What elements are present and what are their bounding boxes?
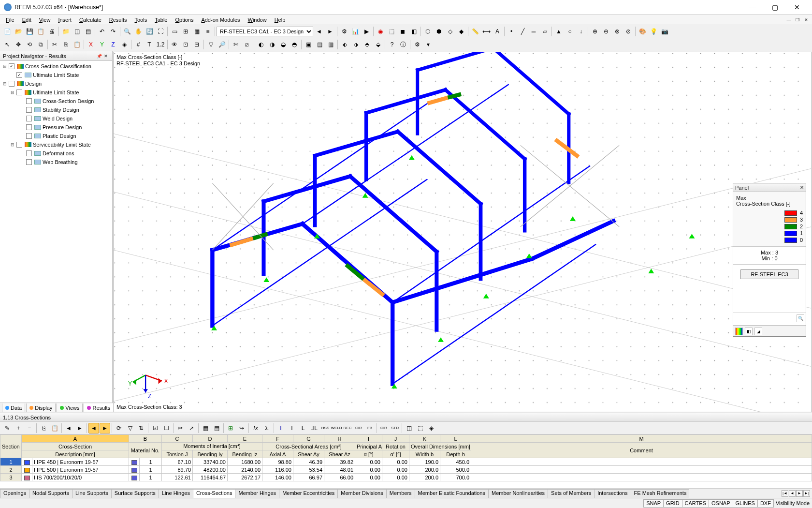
tb-dim-icon[interactable]: ⟷ bbox=[481, 26, 492, 37]
tab-scroll-last-icon[interactable]: ►| bbox=[803, 490, 810, 497]
menu-calculate[interactable]: Calculate bbox=[75, 16, 105, 24]
checkbox-icon[interactable] bbox=[26, 159, 32, 165]
tab-scroll-first-icon[interactable]: |◄ bbox=[782, 490, 788, 497]
tb-surface-icon[interactable]: ▱ bbox=[539, 26, 550, 37]
tb2-view-y-icon[interactable]: Y bbox=[97, 39, 107, 50]
navigator-close-icon[interactable]: ✕ bbox=[102, 53, 109, 60]
tb-text-icon[interactable]: A bbox=[492, 26, 503, 37]
row-number[interactable]: 2 bbox=[0, 466, 22, 474]
tt-3d2-icon[interactable]: ⬚ bbox=[415, 423, 425, 433]
tb2-info-icon[interactable]: ⓘ bbox=[398, 39, 408, 50]
tab-scroll-next-icon[interactable]: ► bbox=[796, 490, 803, 497]
tree-uls-classification[interactable]: Ultimate Limit State bbox=[0, 71, 112, 79]
tb2-values-icon[interactable]: 1.2 bbox=[155, 39, 166, 50]
panel-tab2-icon[interactable]: ◧ bbox=[745, 328, 753, 335]
col-G[interactable]: G bbox=[293, 435, 324, 443]
tb2-drop-icon[interactable]: ▾ bbox=[423, 39, 434, 50]
col-K[interactable]: K bbox=[409, 435, 440, 443]
tt-filter-icon[interactable]: ▽ bbox=[125, 423, 135, 433]
panel-close-icon[interactable]: ✕ bbox=[800, 185, 804, 190]
col-J[interactable]: J bbox=[382, 435, 409, 443]
tt-section-fb-icon[interactable]: FB bbox=[364, 423, 375, 433]
navtab-results[interactable]: Results bbox=[84, 403, 114, 412]
tb2-find-icon[interactable]: 🔎 bbox=[217, 39, 227, 50]
status-toggle-snap[interactable]: SNAP bbox=[643, 499, 664, 508]
tb2-extra3-icon[interactable]: ⬘ bbox=[362, 39, 372, 50]
col-E[interactable]: E bbox=[228, 435, 262, 443]
tt-del-icon[interactable]: － bbox=[24, 423, 35, 433]
tb-data-icon[interactable]: ▤ bbox=[83, 26, 93, 37]
table-tab[interactable]: Member Elastic Foundations bbox=[415, 489, 489, 498]
tb-tool-b-icon[interactable]: ⬢ bbox=[434, 26, 444, 37]
tt-prev-icon[interactable]: ◄ bbox=[63, 423, 74, 433]
col-L[interactable]: L bbox=[440, 435, 471, 443]
tb2-paste-icon[interactable]: 📋 bbox=[72, 39, 82, 50]
tb-print-icon[interactable]: 🖨 bbox=[46, 26, 57, 37]
status-toggle-grid[interactable]: GRID bbox=[663, 499, 682, 508]
tb2-misc3-icon[interactable]: ◒ bbox=[278, 39, 289, 50]
tb-window-icon[interactable]: ⊞ bbox=[180, 26, 191, 37]
tb-ex1-icon[interactable]: ⊕ bbox=[590, 26, 600, 37]
mdi-restore[interactable]: ❐ bbox=[794, 16, 801, 23]
tb-anim-icon[interactable]: ▶ bbox=[361, 26, 372, 37]
tb2-vis1-icon[interactable]: 👁 bbox=[169, 39, 180, 50]
table-tab[interactable]: FE Mesh Refinements bbox=[631, 489, 690, 498]
table-tab[interactable]: Cross-Sections bbox=[193, 489, 236, 498]
table-tab[interactable]: Openings bbox=[0, 489, 29, 498]
col-F[interactable]: F bbox=[262, 435, 293, 443]
tb2-render1-icon[interactable]: ▣ bbox=[303, 39, 314, 50]
navtab-views[interactable]: Views bbox=[57, 403, 83, 412]
status-toggle-dxf[interactable]: DXF bbox=[757, 499, 774, 508]
menu-window[interactable]: Window bbox=[244, 16, 271, 24]
tt-sort-icon[interactable]: ⇅ bbox=[136, 423, 146, 433]
tb2-view-x-icon[interactable]: X bbox=[86, 39, 96, 50]
menu-options[interactable]: Options bbox=[171, 16, 197, 24]
tb-save-icon[interactable]: 💾 bbox=[24, 26, 35, 37]
tree-pressure-design[interactable]: Pressure Design bbox=[0, 123, 112, 132]
tb-camera-icon[interactable]: 📷 bbox=[659, 26, 670, 37]
menu-tools[interactable]: Tools bbox=[130, 16, 151, 24]
tt-refresh-icon[interactable]: ⟳ bbox=[114, 423, 124, 433]
tb-project-icon[interactable]: 📁 bbox=[60, 26, 71, 37]
table-tab[interactable]: Line Hinges bbox=[159, 489, 193, 498]
tb-block-icon[interactable]: ◫ bbox=[72, 26, 82, 37]
tt-3d3-icon[interactable]: ◈ bbox=[426, 423, 436, 433]
status-toggle-osnap[interactable]: OSNAP bbox=[709, 499, 733, 508]
panel-tab1-icon[interactable] bbox=[735, 328, 743, 335]
section-desc-cell[interactable]: I IPE 500 | Euronorm 19-57 bbox=[32, 466, 129, 474]
tb2-render2-icon[interactable]: ▤ bbox=[314, 39, 325, 50]
tb2-cut-icon[interactable]: ✂ bbox=[49, 39, 60, 50]
tb2-copy2-icon[interactable]: ⎘ bbox=[60, 39, 71, 50]
checkbox-icon[interactable] bbox=[16, 72, 22, 78]
checkbox-icon[interactable] bbox=[9, 63, 14, 69]
panel-titlebar[interactable]: Panel ✕ bbox=[733, 183, 806, 192]
design-case-combo[interactable]: RF-STEEL EC3 CA1 - EC 3 Design bbox=[217, 27, 313, 36]
tt-section-ll-icon[interactable]: ⅃L bbox=[309, 423, 319, 433]
tb2-rotate-icon[interactable]: ⟲ bbox=[24, 39, 35, 50]
tb2-extra2-icon[interactable]: ⬗ bbox=[350, 39, 361, 50]
table-tab[interactable]: Member Divisions bbox=[337, 489, 386, 498]
col-A[interactable]: A bbox=[22, 435, 129, 443]
tree-design-sls[interactable]: ⊟Serviceability Limit State bbox=[0, 140, 112, 149]
table-tab[interactable]: Member Nonlinearities bbox=[488, 489, 548, 498]
tb-calc-icon[interactable]: ⚙ bbox=[339, 26, 349, 37]
table-tab[interactable]: Line Supports bbox=[72, 489, 112, 498]
tb-light-icon[interactable]: 💡 bbox=[648, 26, 659, 37]
tb-load-icon[interactable]: ↓ bbox=[576, 26, 586, 37]
tree-stability-design[interactable]: Stability Design bbox=[0, 105, 112, 114]
tb-undo-icon[interactable]: ↶ bbox=[97, 26, 107, 37]
tt-section-cir2-icon[interactable]: CIR bbox=[378, 423, 389, 433]
tb-new-icon[interactable]: 📄 bbox=[2, 26, 13, 37]
tt-3d1-icon[interactable]: ◫ bbox=[404, 423, 414, 433]
status-toggle-cartes[interactable]: CARTES bbox=[682, 499, 709, 508]
tb2-label-icon[interactable]: T bbox=[144, 39, 155, 50]
col-H[interactable]: H bbox=[324, 435, 355, 443]
navtab-display[interactable]: Display bbox=[26, 403, 56, 412]
mdi-minimize[interactable]: ― bbox=[785, 16, 793, 23]
tb-show-icon[interactable]: ◉ bbox=[375, 26, 386, 37]
tb2-vis3-icon[interactable]: ⊟ bbox=[191, 39, 202, 50]
tb2-render3-icon[interactable]: ▥ bbox=[325, 39, 336, 50]
table-row[interactable]: 1 I IPE 450 | Euronorm 19-57 1 67.10 337… bbox=[0, 458, 812, 466]
tree-plastic-design[interactable]: Plastic Design bbox=[0, 132, 112, 140]
checkbox-icon[interactable] bbox=[16, 90, 22, 95]
